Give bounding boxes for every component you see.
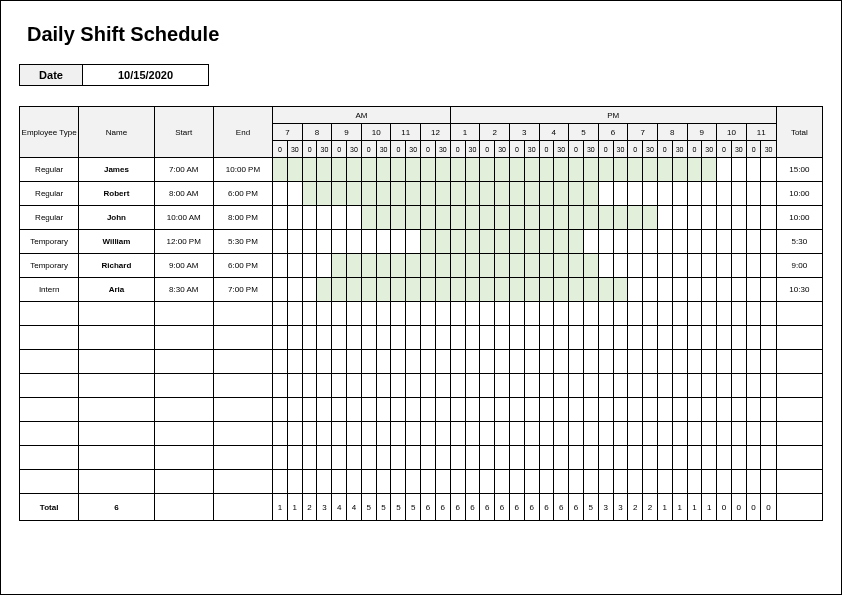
slot-cell <box>495 326 510 350</box>
slot-cell <box>495 446 510 470</box>
slot-cell <box>302 398 317 422</box>
slot-cell <box>450 422 465 446</box>
cell-start <box>154 446 213 470</box>
col-half: 30 <box>347 141 362 158</box>
slot-cell <box>657 278 672 302</box>
footer-slot: 5 <box>376 494 391 521</box>
table-row <box>20 422 823 446</box>
slot-cell <box>702 206 717 230</box>
slot-cell <box>643 254 658 278</box>
slot-cell <box>391 398 406 422</box>
slot-cell <box>702 182 717 206</box>
slot-cell <box>347 374 362 398</box>
slot-cell <box>539 254 554 278</box>
slot-cell <box>554 470 569 494</box>
schedule-table: Employee Type Name Start End AM PM Total… <box>19 106 823 521</box>
slot-cell <box>613 278 628 302</box>
slot-cell <box>702 446 717 470</box>
slot-cell <box>717 326 732 350</box>
col-am: AM <box>273 107 451 124</box>
slot-cell <box>717 470 732 494</box>
slot-cell <box>376 350 391 374</box>
slot-cell <box>524 302 539 326</box>
slot-cell <box>347 470 362 494</box>
slot-cell <box>539 182 554 206</box>
slot-cell <box>450 470 465 494</box>
slot-cell <box>287 302 302 326</box>
cell-start: 10:00 AM <box>154 206 213 230</box>
slot-cell <box>761 230 776 254</box>
slot-cell <box>376 206 391 230</box>
slot-cell <box>480 446 495 470</box>
slot-cell <box>613 446 628 470</box>
slot-cell <box>450 158 465 182</box>
slot-cell <box>465 158 480 182</box>
slot-cell <box>539 446 554 470</box>
slot-cell <box>583 326 598 350</box>
slot-cell <box>731 326 746 350</box>
col-employee-type: Employee Type <box>20 107 79 158</box>
date-value: 10/15/2020 <box>83 64 209 86</box>
slot-cell <box>465 374 480 398</box>
slot-cell <box>421 446 436 470</box>
slot-cell <box>746 422 761 446</box>
col-half: 30 <box>317 141 332 158</box>
col-half: 0 <box>302 141 317 158</box>
slot-cell <box>509 302 524 326</box>
slot-cell <box>583 470 598 494</box>
col-half: 0 <box>628 141 643 158</box>
cell-total: 5:30 <box>776 230 822 254</box>
cell-type <box>20 374 79 398</box>
slot-cell <box>317 398 332 422</box>
slot-cell <box>583 350 598 374</box>
slot-cell <box>717 278 732 302</box>
slot-cell <box>495 470 510 494</box>
slot-cell <box>672 446 687 470</box>
slot-cell <box>702 350 717 374</box>
slot-cell <box>347 350 362 374</box>
footer-slot: 6 <box>524 494 539 521</box>
col-half: 30 <box>435 141 450 158</box>
slot-cell <box>406 158 421 182</box>
slot-cell <box>317 182 332 206</box>
slot-cell <box>509 350 524 374</box>
slot-cell <box>332 422 347 446</box>
slot-cell <box>717 206 732 230</box>
slot-cell <box>761 350 776 374</box>
slot-cell <box>273 350 288 374</box>
slot-cell <box>391 206 406 230</box>
page-title: Daily Shift Schedule <box>27 23 823 46</box>
slot-cell <box>672 422 687 446</box>
slot-cell <box>480 398 495 422</box>
slot-cell <box>450 182 465 206</box>
slot-cell <box>613 398 628 422</box>
slot-cell <box>347 158 362 182</box>
slot-cell <box>524 374 539 398</box>
cell-start <box>154 326 213 350</box>
slot-cell <box>302 446 317 470</box>
slot-cell <box>657 254 672 278</box>
slot-cell <box>539 278 554 302</box>
slot-cell <box>569 302 584 326</box>
footer-slot: 6 <box>480 494 495 521</box>
slot-cell <box>391 182 406 206</box>
cell-end <box>213 422 272 446</box>
slot-cell <box>435 446 450 470</box>
cell-type: Intern <box>20 278 79 302</box>
cell-start <box>154 398 213 422</box>
slot-cell <box>717 422 732 446</box>
cell-name <box>79 446 154 470</box>
col-hour: 5 <box>569 124 599 141</box>
slot-cell <box>495 374 510 398</box>
slot-cell <box>687 206 702 230</box>
slot-cell <box>761 158 776 182</box>
slot-cell <box>539 374 554 398</box>
slot-cell <box>332 182 347 206</box>
slot-cell <box>273 398 288 422</box>
slot-cell <box>643 158 658 182</box>
cell-name: William <box>79 230 154 254</box>
slot-cell <box>361 230 376 254</box>
slot-cell <box>746 374 761 398</box>
cell-type: Regular <box>20 182 79 206</box>
slot-cell <box>450 398 465 422</box>
